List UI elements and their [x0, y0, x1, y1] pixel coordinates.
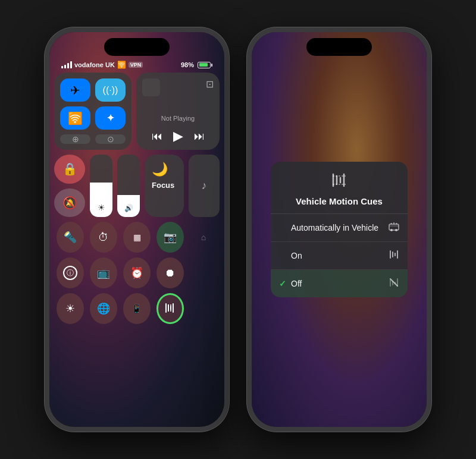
camera-icon: 📷 [164, 231, 177, 244]
wifi-button[interactable]: 🛜 [60, 106, 90, 130]
media-top: ⊡ [142, 78, 214, 96]
stopwatch-button[interactable]: ⏰ [123, 257, 151, 288]
accessibility-icon: ⓘ [63, 266, 77, 280]
vehicle-motion-button[interactable] [156, 293, 184, 324]
svg-point-13 [390, 229, 393, 231]
cc-row-4: ⓘ 📺 ⏰ ⏺ [54, 257, 220, 288]
cc-row-3: 🔦 ⏱ ▦ 📷 ⌂ [54, 222, 220, 253]
wifi-icon: 🛜 [117, 61, 126, 69]
airplane-mode-button[interactable]: ✈ [60, 78, 90, 102]
shortcut-button[interactable]: 📱 [123, 293, 151, 324]
cc-row-1: ✈ ((·)) 🛜 ✦ ⊕ ⊙ [54, 73, 220, 150]
music-note-button[interactable]: ♪ [189, 155, 220, 217]
svg-line-23 [390, 279, 397, 286]
vmc-option-off-icon [389, 277, 399, 290]
timer-button[interactable]: ⏱ [90, 222, 117, 253]
cellular-button[interactable]: ((·)) [95, 78, 126, 102]
brightness-slider[interactable]: ☀ [90, 155, 112, 217]
cellular-icon: ((·)) [103, 85, 118, 96]
translation-button[interactable]: 🌐 [90, 293, 117, 324]
airdrop-button[interactable]: ⊕ [60, 134, 90, 144]
display-button[interactable]: ☀ [57, 293, 84, 324]
vol-up-button-2[interactable] [247, 92, 248, 118]
shortcut-icon: 📱 [131, 304, 142, 313]
flashlight-button[interactable]: 🔦 [57, 222, 84, 253]
display-icon: ☀ [65, 302, 75, 315]
vmc-option-auto-label: Automatically in Vehicle [291, 223, 378, 232]
signal-bar-3 [67, 63, 69, 68]
record-button[interactable]: ⏺ [156, 257, 184, 288]
accessibility-button[interactable]: ⓘ [57, 257, 84, 288]
cc-row-5: ☀ 🌐 📱 [54, 293, 220, 324]
mute-button[interactable] [45, 71, 46, 87]
volume-icon: 🔊 [124, 204, 133, 212]
record-icon: ⏺ [165, 267, 176, 279]
mute-button-2[interactable] [247, 71, 248, 87]
vmc-option-on[interactable]: On [271, 242, 408, 270]
control-center-content: ✈ ((·)) 🛜 ✦ ⊕ ⊙ [54, 73, 220, 422]
rotate-lock-button[interactable]: 🔒 [54, 155, 85, 184]
calculator-button[interactable]: ▦ [123, 222, 151, 253]
vmc-header-icon [330, 171, 348, 193]
airplane-icon: ✈ [70, 83, 80, 98]
airplay-icon[interactable]: ⊡ [206, 78, 214, 90]
hotspot-icon: ⊙ [107, 134, 114, 144]
round-buttons-col: 🔒 🔕 [54, 155, 85, 217]
stopwatch-icon: ⏰ [130, 266, 143, 279]
svg-line-18 [396, 223, 397, 224]
svg-point-14 [395, 229, 397, 231]
airdrop-icon: ⊕ [72, 134, 79, 144]
battery-tip [211, 64, 212, 67]
signal-bar-4 [70, 61, 72, 68]
status-right: 98% [181, 61, 212, 68]
silent-button[interactable]: 🔕 [54, 188, 85, 218]
volume-slider[interactable]: 🔊 [117, 155, 140, 217]
phone-1: vodafone UK 🛜 VPN 98% ✈ ((·)) [45, 27, 229, 432]
focus-label: Focus [152, 181, 174, 190]
vmc-option-on-icon [389, 249, 399, 262]
svg-rect-12 [389, 224, 399, 230]
vmc-option-off-left: ✓ Off [279, 279, 302, 288]
vmc-option-off[interactable]: ✓ Off [271, 270, 408, 297]
focus-button[interactable]: 🌙 Focus [145, 155, 184, 217]
vol-down-button-2[interactable] [247, 124, 248, 151]
volume-up-button[interactable] [45, 92, 46, 118]
timer-icon: ⏱ [98, 231, 109, 244]
vmc-option-auto-left: Automatically in Vehicle [279, 223, 378, 232]
phone-2: Vehicle Motion Cues Automatically in Veh… [247, 27, 431, 432]
power-button[interactable] [228, 103, 229, 139]
vehicle-motion-icon [164, 301, 177, 316]
volume-down-button[interactable] [45, 124, 46, 151]
music-note-icon: ♪ [202, 180, 207, 192]
remote-button[interactable]: 📺 [90, 257, 117, 288]
power-button-2[interactable] [430, 103, 431, 139]
vmc-title: Vehicle Motion Cues [296, 196, 383, 206]
wifi-icon-btn: 🛜 [68, 111, 83, 125]
play-button[interactable]: ▶ [173, 128, 183, 144]
vmc-header: Vehicle Motion Cues [271, 162, 408, 214]
media-block: ⊡ Not Playing ⏮ ▶ ⏭ [136, 73, 220, 150]
dynamic-island-2 [306, 38, 372, 56]
camera-button[interactable]: 📷 [156, 222, 184, 253]
battery-icon [198, 62, 212, 68]
status-bar: vodafone UK 🛜 VPN 98% [49, 61, 224, 69]
signal-bars [61, 61, 72, 68]
svg-line-16 [391, 223, 392, 224]
hotspot-button[interactable]: ⊙ [95, 134, 126, 144]
battery-percent: 98% [181, 61, 194, 68]
prev-button[interactable]: ⏮ [152, 130, 162, 143]
remote-icon: 📺 [97, 266, 110, 279]
translation-icon: 🌐 [97, 302, 110, 315]
next-button[interactable]: ⏭ [194, 130, 205, 143]
vpn-badge: VPN [129, 62, 143, 68]
vmc-option-on-left: On [279, 251, 302, 260]
vmc-check-off: ✓ [279, 279, 287, 288]
carrier-name: vodafone UK [74, 61, 115, 68]
vmc-option-auto[interactable]: Automatically in Vehicle [271, 214, 408, 242]
bluetooth-button[interactable]: ✦ [95, 106, 126, 130]
cc-row-2: 🔒 🔕 ☀ 🔊 🌙 Focus [54, 155, 220, 217]
bluetooth-icon: ✦ [107, 112, 114, 124]
not-playing-label: Not Playing [142, 115, 214, 122]
status-left: vodafone UK 🛜 VPN [61, 61, 143, 69]
signal-bar-1 [61, 66, 63, 68]
